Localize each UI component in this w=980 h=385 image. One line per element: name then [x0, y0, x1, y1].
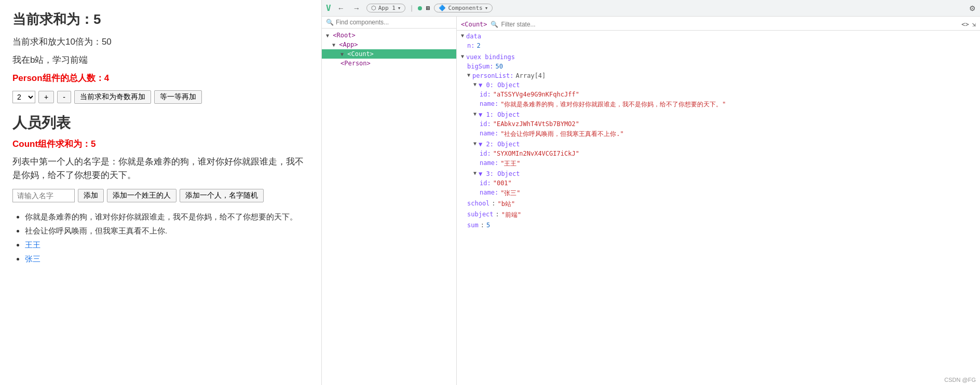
p0-id-key: id:	[480, 91, 491, 98]
back-button[interactable]: ←	[335, 3, 347, 13]
bigsum-line: bigSum: 50	[461, 62, 976, 71]
p1-id-line: id: "EAbkvzJWhT4VtSb7BYMO2"	[461, 119, 976, 129]
vuex-section: vuex bindings bigSum: 50 personList: Arr…	[457, 51, 980, 231]
filter-state-input[interactable]	[501, 21, 959, 28]
app-pill[interactable]: ⬡ App 1 ▾	[366, 4, 406, 12]
bigsum-key: bigSum:	[467, 63, 494, 70]
root-tag: <Root>	[333, 32, 355, 39]
p2-triangle[interactable]	[473, 141, 477, 146]
add-wang-button[interactable]: 添加一个姓王的人	[107, 189, 176, 202]
p0-id-val: "aTSSYVg4e9G9nKFqhcJff"	[493, 91, 579, 98]
n-select[interactable]: 1 2 3	[12, 91, 35, 103]
list-item: 社会让你呼风唤雨，但我寒王真看不上你.	[25, 224, 309, 238]
p0-name-key: name:	[480, 100, 498, 107]
count-tag: <Count>	[347, 50, 374, 58]
personlist-triangle[interactable]	[467, 72, 470, 78]
p2-index: ▼ 2: Object	[479, 141, 520, 148]
p3-name-line: name: "张三"	[461, 188, 976, 199]
app-chevron-icon: ▾	[398, 5, 401, 11]
p0-index: ▼ 0: Object	[479, 81, 520, 89]
tree-person-item[interactable]: <Person>	[322, 59, 456, 68]
school-line: 我在b站，学习前端	[12, 54, 309, 66]
subject-key: subject	[467, 211, 494, 218]
person2-header: ▼ 2: Object	[461, 140, 976, 149]
p1-name-val: "社会让你呼风唤雨，但我寒王真看不上你."	[500, 130, 624, 139]
sum-line: sum : 5	[461, 221, 976, 230]
p1-name-key: name:	[480, 130, 498, 137]
person-name-link[interactable]: 张三	[25, 254, 40, 263]
n-value: 2	[477, 42, 480, 49]
p1-id-val: "EAbkvzJWhT4VtSb7BYMO2"	[493, 120, 579, 128]
list-item: 张三	[25, 252, 309, 266]
odd-add-button[interactable]: 当前求和为奇数再加	[74, 90, 151, 104]
p0-name-line: name: "你就是条难养的狗，谁对你好你就跟谁走，我不是你妈，给不了你想要的天…	[461, 99, 976, 110]
devtools-panel: V ← → ⬡ App 1 ▾ | ⊞ 🔷 Components ▾ ⚙ 🔍	[322, 0, 980, 385]
vuex-triangle[interactable]	[461, 53, 464, 59]
app-label: App 1	[378, 5, 396, 11]
data-triangle[interactable]	[461, 33, 464, 38]
n-key: n:	[467, 42, 474, 49]
add-button[interactable]: 添加	[78, 189, 104, 202]
personlist-key: personList:	[472, 72, 513, 79]
sum-colon: :	[481, 222, 484, 229]
list-item: 王王	[25, 238, 309, 252]
p0-triangle[interactable]	[473, 81, 477, 87]
components-button[interactable]: 🔷 Components ▾	[434, 4, 493, 12]
p2-id-key: id:	[480, 150, 491, 157]
p3-triangle[interactable]	[473, 170, 477, 176]
settings-button[interactable]: ⚙	[969, 4, 976, 12]
p2-id-line: id: "SYXOMIn2NvX4VCGI7iCkJ"	[461, 149, 976, 158]
selected-component-name: <Count>	[461, 21, 487, 28]
state-header: <Count> 🔍 <> ⇲	[457, 19, 980, 31]
person0-header: ▼ 0: Object	[461, 80, 976, 90]
p2-id-val: "SYXOMIn2NvX4VCGI7iCkJ"	[493, 150, 579, 157]
forward-button[interactable]: →	[351, 3, 362, 13]
vue-logo: V	[326, 3, 331, 13]
person-list: 你就是条难养的狗，谁对你好你就跟谁走，我不是你妈，给不了你想要的天下。 社会让你…	[12, 210, 309, 266]
p2-name-line: name: "王王"	[461, 158, 976, 169]
person-count-line: Person组件的总人数：4	[12, 72, 309, 84]
tree-root-item[interactable]: <Root>	[322, 31, 456, 40]
components-chevron-icon: ▾	[485, 5, 488, 11]
watermark: CSDN @FG	[944, 377, 976, 383]
p3-name-val: "张三"	[500, 189, 520, 198]
first-person-text: 列表中第一个人的名字是：你就是条难养的狗，谁对你好你就跟谁走，我不是你妈，给不了…	[12, 157, 304, 180]
data-section-header: data	[461, 32, 976, 41]
code-icon[interactable]: <>	[961, 21, 969, 28]
p0-id-line: id: "aTSSYVg4e9G9nKFqhcJff"	[461, 90, 976, 99]
tree-count-item[interactable]: <Count>	[322, 49, 456, 59]
name-input[interactable]	[12, 189, 75, 202]
component-search-input[interactable]	[336, 19, 452, 26]
subject-colon: :	[496, 211, 499, 218]
add-random-button[interactable]: 添加一个人，名字随机	[180, 189, 264, 202]
person-name: 社会让你呼风唤雨，但我寒王真看不上你.	[25, 226, 167, 235]
tree-content: <Root> <App> <Count> <Person>	[322, 29, 456, 385]
person-name-link[interactable]: 王王	[25, 240, 40, 249]
person3-header: ▼ 3: Object	[461, 169, 976, 178]
p1-triangle[interactable]	[473, 111, 477, 117]
tree-app-item[interactable]: <App>	[322, 40, 456, 49]
expand-icon[interactable]: ⇲	[972, 21, 976, 28]
personlist-type: Array[4]	[516, 72, 546, 79]
sum-value: 5	[486, 222, 490, 229]
grid-icon: ⊞	[426, 4, 430, 12]
subject-value: "前端"	[501, 211, 521, 219]
p0-name-val: "你就是条难养的狗，谁对你好你就跟谁走，我不是你妈，给不了你想要的天下。"	[500, 100, 726, 109]
count-sum-label: Count组件求和为：5	[12, 138, 309, 150]
app-icon: ⬡	[371, 5, 376, 11]
devtools-main: 🔍 <Root> <App> <Count> <Person>	[322, 17, 980, 385]
subject-line: subject : "前端"	[461, 210, 976, 221]
school-colon: :	[492, 200, 495, 207]
plus-button[interactable]: +	[38, 91, 54, 103]
n-line: n: 2	[461, 41, 976, 50]
components-label: Components	[448, 5, 482, 11]
app-tag: <App>	[339, 41, 358, 48]
wait-add-button[interactable]: 等一等再加	[154, 90, 202, 104]
filter-search-icon: 🔍	[491, 21, 498, 28]
sum-key: sum	[467, 222, 479, 229]
minus-button[interactable]: -	[57, 91, 71, 103]
p3-name-key: name:	[480, 189, 498, 196]
vuex-section-header: vuex bindings	[461, 52, 976, 62]
school-line: school : "b站"	[461, 199, 976, 210]
count-triangle	[341, 51, 344, 57]
